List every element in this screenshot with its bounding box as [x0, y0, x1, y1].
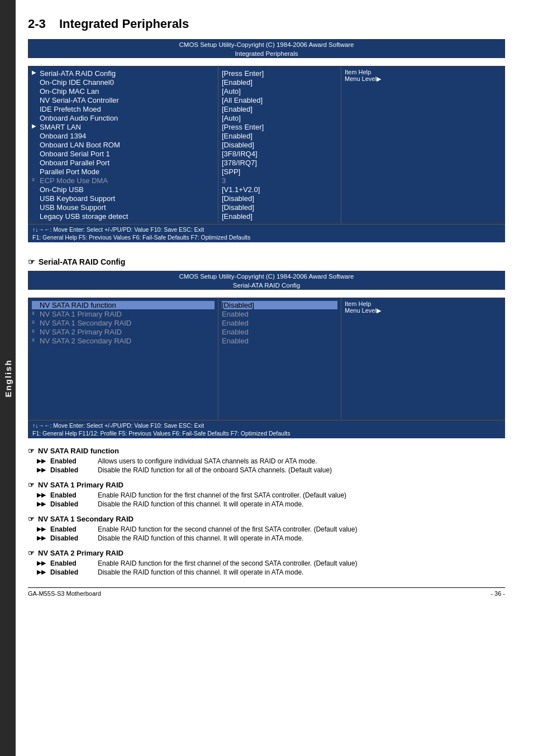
desc-item-0-0: ▶▶EnabledAllows users to configure indiv… — [28, 457, 505, 465]
cmos1-val-5: [Auto] — [222, 114, 337, 122]
cmos1-header2: Integrated Peripherals — [28, 50, 505, 58]
desc-label-2-0: Enabled — [50, 525, 98, 533]
cmos1-val-8: [Disabled] — [222, 141, 337, 149]
cmos1-footer: ↑↓→←: Move Enter: Select +/-/PU/PD: Valu… — [28, 224, 505, 242]
desc-section-3: ☞NV SATA 2 Primary RAID▶▶EnabledEnable R… — [28, 549, 505, 576]
desc-item-2-1: ▶▶DisabledDisable the RAID function of t… — [28, 534, 505, 542]
desc-bullet-3-1: ▶▶ — [37, 568, 46, 576]
cmos1-val-1: [Enabled] — [222, 78, 337, 87]
cmos1-row-9: Onboard Serial Port 1 — [32, 150, 215, 158]
cmos2-empty-row-2 — [32, 363, 215, 372]
cmos1-row-8: Onboard LAN Boot ROM — [32, 141, 215, 149]
cmos1-val-4: [Enabled] — [222, 105, 337, 113]
cmos1-row-15: USB Mouse Support — [32, 203, 215, 212]
desc-label-0-1: Disabled — [50, 466, 98, 474]
desc-label-3-0: Enabled — [50, 559, 98, 567]
desc-bullet-3-0: ▶▶ — [37, 559, 46, 567]
cmos2-empty-row-5 — [32, 390, 215, 399]
cmos2-empty-val-4 — [222, 381, 337, 390]
cmos1-row-1: On-Chip IDE Channel0 — [32, 78, 215, 87]
cmos2-mid-col: [Disabled]EnabledEnabledEnabledEnabled — [218, 298, 341, 419]
cmos2-body: NV SATA RAID functionxNV SATA 1 Primary … — [28, 298, 505, 420]
cmos1-row-7: Onboard 1394 — [32, 132, 215, 140]
cmos1-row-14: USB Keyboard Support — [32, 194, 215, 203]
cmos1-row-11: Parallel Port Mode — [32, 168, 215, 176]
cmos1-val-11: [SPP] — [222, 168, 337, 176]
footer-right: - 36 - — [491, 590, 505, 597]
desc-title-text-1: NV SATA 1 Primary RAID — [38, 481, 123, 489]
desc-label-1-0: Enabled — [50, 491, 98, 499]
cmos2-empty-val-3 — [222, 372, 337, 381]
cmos2-row-3: xNV SATA 2 Primary RAID — [32, 328, 215, 336]
cmos2-row-4: xNV SATA 2 Secondary RAID — [32, 337, 215, 345]
cmos2-empty-row-1 — [32, 355, 215, 363]
cmos1-body: ▶Serial-ATA RAID Config On-Chip IDE Chan… — [28, 66, 505, 224]
desc-item-3-1: ▶▶DisabledDisable the RAID function of t… — [28, 568, 505, 576]
cmos1-row-13: On-Chip USB — [32, 185, 215, 194]
cmos1-header1: CMOS Setup Utility-Copyright (C) 1984-20… — [28, 40, 505, 50]
desc-bullet-2-0: ▶▶ — [37, 525, 46, 533]
footer-left: GA-M55S-S3 Motherboard — [28, 590, 101, 597]
cmos1-row-3: NV Serial-ATA Controller — [32, 96, 215, 104]
cmos1-val-15: [Disabled] — [222, 203, 337, 212]
desc-item-3-0: ▶▶EnabledEnable RAID function for the fi… — [28, 559, 505, 567]
cmos1-val-7: [Enabled] — [222, 132, 337, 140]
sub-heading-1: ☞ Serial-ATA RAID Config — [28, 257, 505, 266]
cmos1-val-16: [Enabled] — [222, 212, 337, 221]
desc-label-0-0: Enabled — [50, 457, 98, 465]
cmos2-empty-val-1 — [222, 355, 337, 363]
desc-section-1: ☞NV SATA 1 Primary RAID▶▶EnabledEnable R… — [28, 481, 505, 508]
cmos2-empty-row-4 — [32, 381, 215, 390]
desc-text-3-1: Disable the RAID function of this channe… — [98, 568, 303, 576]
cmos1-val-14: [Disabled] — [222, 194, 337, 203]
cmos1-val-0: [Press Enter] — [222, 69, 337, 78]
page-footer: GA-M55S-S3 Motherboard - 36 - — [28, 587, 505, 597]
desc-text-2-0: Enable RAID function for the second chan… — [98, 525, 357, 533]
cmos1-row-16: Legacy USB storage detect — [32, 212, 215, 221]
cmos1-val-10: [378/IRQ7] — [222, 159, 337, 167]
desc-text-0-1: Disable the RAID function for all of the… — [98, 466, 332, 474]
cmos2-row-1: xNV SATA 1 Primary RAID — [32, 310, 215, 318]
cmos2-empty-val-6 — [222, 399, 337, 408]
cmos1-row-5: Onboard Audio Function — [32, 114, 215, 122]
cmos1-row-10: Onboard Parallel Port — [32, 159, 215, 167]
desc-item-1-0: ▶▶EnabledEnable RAID function for the fi… — [28, 491, 505, 499]
desc-title-2: ☞NV SATA 1 Secondary RAID — [28, 515, 505, 523]
sidebar: English — [0, 0, 16, 756]
desc-section-0: ☞NV SATA RAID function▶▶EnabledAllows us… — [28, 447, 505, 474]
cmos2-item-help: Item Help — [345, 300, 501, 307]
desc-bullet-0-0: ▶▶ — [37, 457, 46, 465]
cmos2-right-col: Item Help Menu Level▶ — [341, 298, 505, 419]
cmos2-val-3: Enabled — [222, 328, 337, 336]
cmos2-empty-val-5 — [222, 390, 337, 399]
cmos2-empty-row-3 — [32, 372, 215, 381]
cmos2-empty-row-6 — [32, 399, 215, 408]
cmos2-empty-val-2 — [222, 363, 337, 372]
section-title: 2-3 Integrated Peripherals — [28, 17, 505, 31]
cmos1-val-13: [V1.1+V2.0] — [222, 185, 337, 194]
cmos1-row-12: xECP Mode Use DMA — [32, 176, 215, 185]
desc-text-2-1: Disable the RAID function of this channe… — [98, 534, 303, 542]
cmos1-menu-level: Menu Level▶ — [345, 75, 501, 83]
desc-bullet-1-0: ▶▶ — [37, 491, 46, 499]
cmos1-row-6: ▶SMART LAN — [32, 123, 215, 131]
cmos2-empty-row-7 — [32, 408, 215, 417]
cmos1-val-3: [All Enabled] — [222, 96, 337, 104]
cmos2-val-4: Enabled — [222, 337, 337, 345]
desc-title-text-3: NV SATA 2 Primary RAID — [38, 549, 123, 557]
desc-text-0-0: Allows users to configure individual SAT… — [98, 457, 317, 465]
cmos1-row-0: ▶Serial-ATA RAID Config — [32, 69, 215, 78]
desc-label-1-1: Disabled — [50, 500, 98, 508]
desc-circle-icon-1: ☞ — [28, 481, 35, 489]
cmos2-header1: CMOS Setup Utility-Copyright (C) 1984-20… — [28, 271, 505, 282]
desc-item-1-1: ▶▶DisabledDisable the RAID function of t… — [28, 500, 505, 508]
desc-section-2: ☞NV SATA 1 Secondary RAID▶▶EnabledEnable… — [28, 515, 505, 542]
cmos-table-1: CMOS Setup Utility-Copyright (C) 1984-20… — [28, 39, 505, 58]
desc-item-0-1: ▶▶DisabledDisable the RAID function for … — [28, 466, 505, 474]
cmos1-item-help: Item Help — [345, 69, 501, 75]
cmos1-mid-col: [Press Enter][Enabled][Auto][All Enabled… — [218, 66, 341, 223]
desc-bullet-1-1: ▶▶ — [37, 500, 46, 508]
desc-bullet-2-1: ▶▶ — [37, 534, 46, 542]
desc-bullet-0-1: ▶▶ — [37, 466, 46, 474]
cmos2-left-col: NV SATA RAID functionxNV SATA 1 Primary … — [28, 298, 218, 419]
